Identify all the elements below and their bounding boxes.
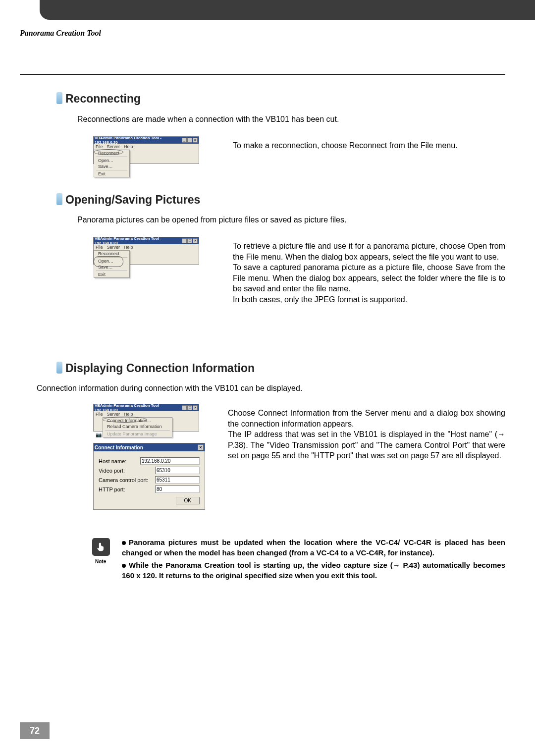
heading-bullet-icon [56,92,62,104]
dialog-row-host: Host name: [99,457,200,465]
menu-file[interactable]: File [96,412,103,417]
bullet-dot-icon [122,541,126,545]
screenshot-title-text: VBAdmin Panorama Creation Tool - 192.168… [95,136,182,145]
note-bullet-1: Panorama pictures must be updated when t… [122,537,505,558]
menu-item-update-panorama: Update Panorama Image [103,431,172,437]
menu-help[interactable]: Help [124,245,133,250]
dialog-close-icon[interactable]: × [198,444,204,450]
dialog-row-video: Video port: [99,467,200,474]
note-bullet-2: While the Panorama Creation tool is star… [122,560,505,581]
menu-sep [96,270,127,271]
heading-text: Opening/Saving Pictures [65,193,200,206]
menu-sep [96,157,127,157]
connect-intro: Connection information during connection… [37,383,505,394]
screenshot-title-text: VBAdmin Panorama Creation Tool - 192.168… [95,236,182,245]
heading-opensave: Opening/Saving Pictures [59,193,200,207]
camera-port-field[interactable] [155,476,200,484]
menu-sep [105,430,170,431]
reconnect-intro: Reconnections are made when a connection… [77,114,505,125]
note-icon [92,538,110,556]
menu-item-save[interactable]: Save… [94,163,129,169]
window-maximize-icon[interactable]: □ [187,238,192,243]
reconnect-explain: To make a reconnection, choose Reconnect… [233,140,505,151]
host-name-field[interactable] [140,457,200,465]
note-label: Note [95,559,106,564]
camera-icon[interactable]: 📷 [96,432,102,437]
note-bullet-1-text: Panorama pictures must be updated when t… [122,538,505,557]
menu-item-open[interactable]: Open… [94,158,129,163]
menu-file[interactable]: File [96,144,103,149]
window-minimize-icon[interactable]: _ [182,238,187,243]
screenshot-opensave: VBAdmin Panorama Creation Tool - 192.168… [93,237,199,265]
window-close-icon[interactable]: × [193,138,198,143]
opensave-intro: Panorama pictures can be opened from pic… [77,215,505,225]
dialog-row-http: HTTP port: [99,486,200,493]
video-port-field[interactable] [155,467,200,474]
bullet-dot-icon [122,564,126,568]
window-close-icon[interactable]: × [193,238,198,243]
menu-server[interactable]: Server [107,144,120,149]
window-maximize-icon[interactable]: □ [187,405,192,410]
dialog-row-camera: Camera control port: [99,476,200,484]
menu-help[interactable]: Help [124,412,133,417]
screenshot-reconnect: VBAdmin Panorama Creation Tool - 192.168… [93,136,199,164]
dialog-titlebar: Connect Information × [94,443,205,451]
camera-port-label: Camera control port: [99,477,155,483]
menu-item-exit[interactable]: Exit [94,171,129,177]
menu-help[interactable]: Help [124,144,133,149]
heading-text: Displaying Connection Information [65,362,255,375]
window-maximize-icon[interactable]: □ [187,138,192,143]
ok-button[interactable]: OK [176,497,200,504]
note-bullet-2-text: While the Panorama Creation tool is star… [122,561,505,580]
opensave-explain: To retrieve a picture file and use it fo… [233,241,505,305]
menu-file[interactable]: File [96,245,103,250]
menu-sep [96,170,127,170]
highlight-connect-info-icon [103,417,147,423]
heading-text: Reconnecting [65,92,141,105]
heading-bullet-icon [56,193,62,205]
hand-point-icon [96,542,106,552]
heading-connect: Displaying Connection Information [59,362,255,375]
connect-explain: Choose Connect Information from the Serv… [228,408,505,461]
header-rule [20,74,505,75]
page-title: Panorama Creation Tool [20,29,101,38]
menu-item-exit[interactable]: Exit [94,271,129,277]
window-minimize-icon[interactable]: _ [182,138,187,143]
menu-server[interactable]: Server [107,245,120,250]
window-minimize-icon[interactable]: _ [182,405,187,410]
page-number: 72 [20,722,50,739]
screenshot-titlebar: VBAdmin Panorama Creation Tool - 192.168… [94,404,199,411]
menu-server[interactable]: Server [107,412,120,417]
screenshot-titlebar: VBAdmin Panorama Creation Tool - 192.168… [94,137,199,144]
top-banner [40,0,535,20]
window-close-icon[interactable]: × [193,405,198,410]
screenshot-titlebar: VBAdmin Panorama Creation Tool - 192.168… [94,237,199,244]
http-port-field[interactable] [155,486,200,493]
screenshot-server-menu: VBAdmin Panorama Creation Tool - 192.168… [93,404,199,432]
heading-reconnecting: Reconnecting [59,92,141,106]
host-label: Host name: [99,458,140,464]
http-port-label: HTTP port: [99,486,155,492]
dialog-title-text: Connect Information [95,445,143,450]
screenshot-title-text: VBAdmin Panorama Creation Tool - 192.168… [95,403,182,412]
highlight-open-save-icon [94,256,123,267]
menu-item-reload-camera[interactable]: Reload Camera Information [103,424,172,430]
connect-info-dialog: Connect Information × Host name: Video p… [93,443,205,510]
highlight-reconnect-icon [94,149,123,155]
heading-bullet-icon [56,362,62,374]
video-port-label: Video port: [99,468,155,474]
